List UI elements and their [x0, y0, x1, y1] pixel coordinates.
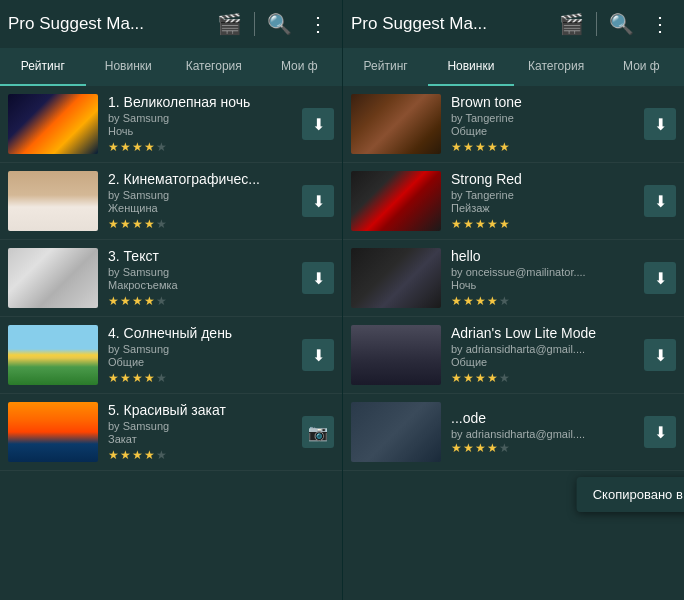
item-info: 4. Солнечный день by Samsung Общие ★ ★ ★…	[108, 325, 296, 385]
star-1: ★	[108, 294, 119, 308]
item-stars: ★ ★ ★ ★ ★	[451, 217, 638, 231]
item-title: Adrian's Low Lite Mode	[451, 325, 638, 341]
item-info: 5. Красивый закат by Samsung Закат ★ ★ ★…	[108, 402, 296, 462]
item-thumbnail	[351, 94, 441, 154]
item-thumbnail	[8, 402, 98, 462]
left-header: Pro Suggest Ma... 🎬 🔍 ⋮	[0, 0, 342, 48]
left-tab-favorites[interactable]: Мои ф	[257, 48, 343, 86]
list-item[interactable]: 4. Солнечный день by Samsung Общие ★ ★ ★…	[0, 317, 342, 394]
item-info: Adrian's Low Lite Mode by adriansidharta…	[451, 325, 638, 385]
star-3: ★	[475, 294, 486, 308]
item-thumbnail	[351, 325, 441, 385]
star-2: ★	[120, 371, 131, 385]
download-button[interactable]: ⬇	[644, 185, 676, 217]
list-item[interactable]: 5. Красивый закат by Samsung Закат ★ ★ ★…	[0, 394, 342, 471]
item-category: Общие	[451, 125, 638, 137]
star-3: ★	[475, 371, 486, 385]
right-tab-category[interactable]: Категория	[514, 48, 599, 86]
right-film-icon[interactable]: 🎬	[553, 6, 590, 42]
download-button[interactable]: ⬇	[644, 339, 676, 371]
star-3: ★	[132, 371, 143, 385]
left-film-icon[interactable]: 🎬	[211, 6, 248, 42]
download-button[interactable]: ⬇	[302, 339, 334, 371]
right-search-icon[interactable]: 🔍	[603, 6, 640, 42]
star-4: ★	[487, 140, 498, 154]
download-button[interactable]: ⬇	[644, 262, 676, 294]
star-4: ★	[144, 448, 155, 462]
download-button[interactable]: ⬇	[644, 108, 676, 140]
item-category: Общие	[451, 356, 638, 368]
item-stars: ★ ★ ★ ★ ★	[108, 448, 296, 462]
list-item[interactable]: ...ode by adriansidharta@gmail.... ★ ★ ★…	[343, 394, 684, 471]
item-thumbnail	[351, 171, 441, 231]
item-thumbnail	[351, 248, 441, 308]
left-more-icon[interactable]: ⋮	[302, 6, 334, 42]
download-button[interactable]: ⬇	[302, 185, 334, 217]
star-4: ★	[487, 294, 498, 308]
right-tab-favorites[interactable]: Мои ф	[599, 48, 684, 86]
item-author: by Tangerine	[451, 189, 638, 201]
star-2: ★	[463, 294, 474, 308]
item-category: Общие	[108, 356, 296, 368]
left-search-icon[interactable]: 🔍	[261, 6, 298, 42]
star-2: ★	[463, 371, 474, 385]
list-item[interactable]: hello by onceissue@mailinator.... Ночь ★…	[343, 240, 684, 317]
right-tab-rating[interactable]: Рейтинг	[343, 48, 428, 86]
item-author: by Samsung	[108, 189, 296, 201]
star-4: ★	[487, 371, 498, 385]
list-item[interactable]: Strong Red by Tangerine Пейзаж ★ ★ ★ ★ ★…	[343, 163, 684, 240]
star-3: ★	[132, 294, 143, 308]
star-4: ★	[144, 140, 155, 154]
item-info: Brown tone by Tangerine Общие ★ ★ ★ ★ ★	[451, 94, 638, 154]
item-info: 1. Великолепная ночь by Samsung Ночь ★ ★…	[108, 94, 296, 154]
item-thumbnail	[8, 325, 98, 385]
list-item[interactable]: 2. Кинематографичес... by Samsung Женщин…	[0, 163, 342, 240]
right-panel: Pro Suggest Ma... 🎬 🔍 ⋮ Рейтинг Новинки …	[342, 0, 684, 600]
item-stars: ★ ★ ★ ★ ★	[108, 294, 296, 308]
star-4: ★	[144, 371, 155, 385]
star-4: ★	[487, 217, 498, 231]
item-info: 3. Текст by Samsung Макросъемка ★ ★ ★ ★ …	[108, 248, 296, 308]
right-more-icon[interactable]: ⋮	[644, 6, 676, 42]
star-2: ★	[120, 294, 131, 308]
item-title: 5. Красивый закат	[108, 402, 296, 418]
list-item[interactable]: Brown tone by Tangerine Общие ★ ★ ★ ★ ★ …	[343, 86, 684, 163]
download-button[interactable]: ⬇	[302, 262, 334, 294]
right-list: Brown tone by Tangerine Общие ★ ★ ★ ★ ★ …	[343, 86, 684, 600]
star-5: ★	[156, 371, 167, 385]
star-5: ★	[156, 140, 167, 154]
item-title: 2. Кинематографичес...	[108, 171, 296, 187]
item-thumbnail	[8, 94, 98, 154]
star-1: ★	[451, 217, 462, 231]
item-thumbnail	[351, 402, 441, 462]
right-header-divider	[596, 12, 597, 36]
star-5: ★	[499, 441, 510, 455]
camera-button[interactable]: 📷	[302, 416, 334, 448]
item-stars: ★ ★ ★ ★ ★	[451, 441, 638, 455]
star-2: ★	[463, 441, 474, 455]
star-3: ★	[475, 140, 486, 154]
star-2: ★	[120, 217, 131, 231]
list-item[interactable]: Adrian's Low Lite Mode by adriansidharta…	[343, 317, 684, 394]
item-info: Strong Red by Tangerine Пейзаж ★ ★ ★ ★ ★	[451, 171, 638, 231]
left-tab-new[interactable]: Новинки	[86, 48, 172, 86]
star-5: ★	[156, 448, 167, 462]
left-tab-category[interactable]: Категория	[171, 48, 257, 86]
star-1: ★	[451, 294, 462, 308]
right-tab-new[interactable]: Новинки	[428, 48, 513, 86]
item-category: Пейзаж	[451, 202, 638, 214]
star-1: ★	[451, 371, 462, 385]
list-item[interactable]: 1. Великолепная ночь by Samsung Ночь ★ ★…	[0, 86, 342, 163]
list-item[interactable]: 3. Текст by Samsung Макросъемка ★ ★ ★ ★ …	[0, 240, 342, 317]
star-4: ★	[144, 294, 155, 308]
item-thumbnail	[8, 248, 98, 308]
item-title: hello	[451, 248, 638, 264]
left-tab-rating[interactable]: Рейтинг	[0, 48, 86, 86]
star-3: ★	[132, 448, 143, 462]
star-2: ★	[120, 140, 131, 154]
star-2: ★	[463, 140, 474, 154]
download-button[interactable]: ⬇	[644, 416, 676, 448]
download-button[interactable]: ⬇	[302, 108, 334, 140]
star-3: ★	[475, 441, 486, 455]
right-tabs: Рейтинг Новинки Категория Мои ф	[343, 48, 684, 86]
